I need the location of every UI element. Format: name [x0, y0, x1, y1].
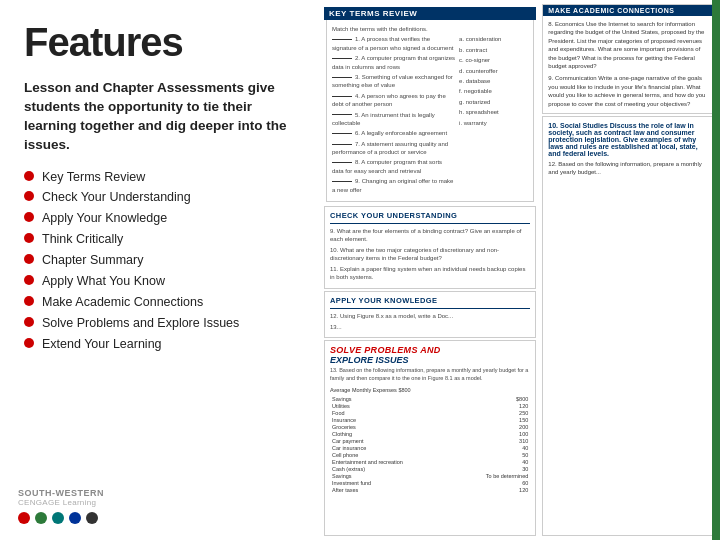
- budget-amount: 150: [454, 417, 531, 424]
- kt-item: 1. A process that verifies the signature…: [332, 35, 455, 52]
- budget-amount: 250: [454, 410, 531, 417]
- list-item: Apply Your Knowledge: [24, 210, 296, 227]
- kt-item: 5. An instrument that is legally collect…: [332, 111, 455, 128]
- kt-answer: d. counteroffer: [459, 67, 528, 75]
- budget-table: Savings $800 Utilities 120 Food 250 Insu…: [330, 396, 530, 494]
- page-title: Features: [24, 20, 296, 65]
- intro-text: Lesson and Chapter Assessments give stud…: [24, 79, 296, 155]
- kt-answer: g. notarized: [459, 98, 528, 106]
- bullet-icon: [24, 338, 34, 348]
- kt-answer: i. warranty: [459, 119, 528, 127]
- solve-content: 13. Based on the following information, …: [330, 367, 530, 382]
- table-row: Savings $800: [330, 396, 530, 403]
- check-understanding-section: CHECK YOUR UNDERSTANDING 9. What are the…: [324, 206, 536, 289]
- apply-knowledge-title: APPLY YOUR KNOWLEDGE: [330, 296, 530, 305]
- budget-amount: 50: [454, 452, 531, 459]
- list-item: Make Academic Connections: [24, 294, 296, 311]
- mac-q9: 9. Communication Write a one-page narrat…: [548, 74, 710, 108]
- kt-answer: f. negotiable: [459, 87, 528, 95]
- kt-item: 7. A statement assuring quality and perf…: [332, 140, 455, 157]
- social-studies-section: 10. Social Studies Discuss the role of l…: [542, 116, 716, 536]
- kt-answer: b. contract: [459, 46, 528, 54]
- budget-amount: 60: [454, 480, 531, 487]
- budget-amount: 310: [454, 438, 531, 445]
- table-row: Investment fund 60: [330, 480, 530, 487]
- logo-bottom: CENGAGE Learning: [18, 498, 96, 507]
- budget-item: Savings: [330, 396, 454, 403]
- budget-item: Investment fund: [330, 480, 454, 487]
- list-item: Chapter Summary: [24, 252, 296, 269]
- solve-problems-section: SOLVE PROBLEMS AND EXPLORE ISSUES 13. Ba…: [324, 340, 536, 536]
- table-row: Food 250: [330, 410, 530, 417]
- bullet-icon: [24, 296, 34, 306]
- budget-item: Cell phone: [330, 452, 454, 459]
- cyu-q10: 10. What are the two major categories of…: [330, 246, 530, 263]
- dot-green: [35, 512, 47, 524]
- budget-item: Food: [330, 410, 454, 417]
- cyu-q11: 11. Explain a paper filing system when a…: [330, 265, 530, 282]
- kt-item: 8. A computer program that sorts data fo…: [332, 158, 455, 175]
- kt-answer: c. co-signer: [459, 56, 528, 64]
- table-row: Groceries 200: [330, 424, 530, 431]
- budget-item: Utilities: [330, 403, 454, 410]
- apply-knowledge-section: APPLY YOUR KNOWLEDGE 12. Using Figure 8.…: [324, 291, 536, 338]
- kt-answer: a. consideration: [459, 35, 528, 43]
- check-understanding-title: CHECK YOUR UNDERSTANDING: [330, 211, 530, 220]
- dot-dark: [86, 512, 98, 524]
- bullet-icon: [24, 212, 34, 222]
- budget-amount: 30: [454, 466, 531, 473]
- budget-item: Car payment: [330, 438, 454, 445]
- list-item: Solve Problems and Explore Issues: [24, 315, 296, 332]
- table-row: Entertainment and recreation 40: [330, 459, 530, 466]
- make-academic-section: MAKE ACADEMIC CONNECTIONS 8. Economics U…: [542, 4, 716, 114]
- explore-header: EXPLORE ISSUES: [330, 355, 409, 365]
- budget-item: Cash (extras): [330, 466, 454, 473]
- budget-amount: To be determined: [454, 473, 531, 480]
- budget-item: After taxes: [330, 487, 454, 494]
- list-item: Apply What You Know: [24, 273, 296, 290]
- logo-top: SOUTH-WESTERN: [18, 488, 104, 498]
- budget-amount: 200: [454, 424, 531, 431]
- divider: [330, 223, 530, 224]
- logo-area: SOUTH-WESTERN CENGAGE Learning: [18, 488, 104, 524]
- table-row: Savings To be determined: [330, 473, 530, 480]
- green-accent-bar: [712, 0, 720, 540]
- doc-right-col: MAKE ACADEMIC CONNECTIONS 8. Economics U…: [539, 0, 720, 540]
- kt-item: 6. A legally enforceable agreement: [332, 129, 455, 137]
- table-row: Cell phone 50: [330, 452, 530, 459]
- table-row: After taxes 120: [330, 487, 530, 494]
- table-row: Cash (extras) 30: [330, 466, 530, 473]
- budget-amount: 120: [454, 403, 531, 410]
- budget-item: Entertainment and recreation: [330, 459, 454, 466]
- ak-q13: 13...: [330, 323, 530, 331]
- doc-left-col: KEY TERMS REVIEW Match the terms with th…: [320, 0, 539, 540]
- budget-item: Clothing: [330, 431, 454, 438]
- dot-red: [18, 512, 30, 524]
- budget-item: Insurance: [330, 417, 454, 424]
- dot-teal: [52, 512, 64, 524]
- table-row: Car insurance 40: [330, 445, 530, 452]
- bullet-icon: [24, 275, 34, 285]
- budget-item: Savings: [330, 473, 454, 480]
- bullet-icon: [24, 317, 34, 327]
- list-item: Think Critically: [24, 231, 296, 248]
- cyu-q9: 9. What are the four elements of a bindi…: [330, 227, 530, 244]
- mac-title: MAKE ACADEMIC CONNECTIONS: [543, 5, 715, 16]
- budget-amount: 120: [454, 487, 531, 494]
- divider: [330, 308, 530, 309]
- key-terms-instruction: Match the terms with the definitions.: [332, 25, 528, 33]
- bullet-icon: [24, 233, 34, 243]
- right-panel: KEY TERMS REVIEW Match the terms with th…: [320, 0, 720, 540]
- kt-answer: h. spreadsheet: [459, 108, 528, 116]
- bullet-icon: [24, 191, 34, 201]
- kt-item: 3. Something of value exchanged for some…: [332, 73, 455, 90]
- kt-item: 2. A computer program that organizes dat…: [332, 54, 455, 71]
- mac-q8: 8. Economics Use the Internet to search …: [548, 20, 710, 70]
- budget-amount: 100: [454, 431, 531, 438]
- list-item: Key Terms Review: [24, 169, 296, 186]
- feature-list: Key Terms Review Check Your Understandin…: [24, 169, 296, 357]
- dot-blue: [69, 512, 81, 524]
- budget-amount: $800: [454, 396, 531, 403]
- kt-item: 4. A person who agrees to pay the debt o…: [332, 92, 455, 109]
- key-terms-header: KEY TERMS REVIEW: [324, 7, 536, 20]
